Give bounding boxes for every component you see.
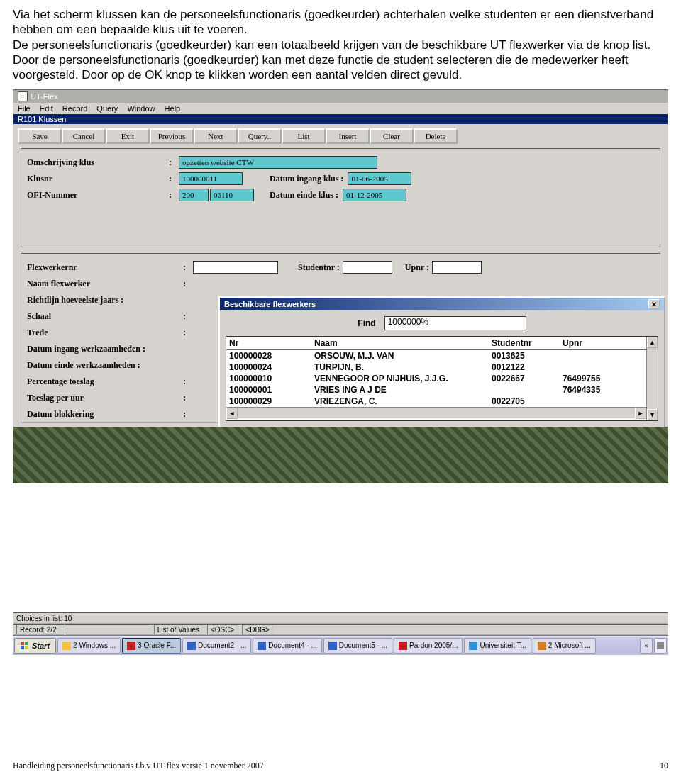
label-trede: Trede (27, 327, 183, 338)
menu-help[interactable]: Help (165, 104, 181, 113)
menu-edit[interactable]: Edit (40, 104, 53, 113)
tb-insert[interactable]: Insert (326, 128, 370, 144)
subwin-title: R101 Klussen (13, 114, 668, 124)
tb-list[interactable]: List (282, 128, 326, 144)
field-datum-einde[interactable]: 01-12-2005 (343, 189, 406, 201)
svg-rect-2 (21, 646, 24, 649)
tb-delete[interactable]: Delete (414, 128, 458, 144)
scroll-left-icon[interactable]: ◄ (226, 408, 238, 419)
scroll-down-icon[interactable]: ▼ (647, 409, 658, 420)
status-dbg: <DBG> (242, 625, 272, 634)
app-icon (328, 642, 337, 650)
taskbar: Start 2 Windows ...3 Oracle F...Document… (13, 635, 668, 655)
app-titlebar: UT-Flex (13, 90, 668, 103)
toolbar: Save Cancel Exit Previous Next Query.. L… (18, 128, 663, 144)
status-lov: List of Values (154, 625, 203, 634)
app-icon (399, 642, 407, 650)
taskbar-item[interactable]: 2 Windows ... (57, 638, 121, 654)
field-ofi1[interactable]: 200 (179, 189, 209, 201)
menu-record[interactable]: Record (62, 104, 87, 113)
popup-titlebar: Beschikbare flexwerkers ✕ (220, 298, 664, 310)
taskbar-item[interactable]: Document2 - ... (182, 638, 251, 654)
label-datum-einde-werk: Datum einde werkzaamheden : (27, 360, 183, 371)
status-choices: Choices in list: 10 (16, 615, 72, 622)
app-window: UT-Flex File Edit Record Query Window He… (13, 89, 668, 428)
svg-rect-0 (21, 642, 24, 645)
tb-clear[interactable]: Clear (370, 128, 414, 144)
taskbar-item[interactable]: Pardon 2005/... (394, 638, 463, 654)
col-upnr: Upnr (563, 338, 605, 348)
tray-icon[interactable] (654, 638, 667, 654)
app-icon (538, 642, 546, 650)
scroll-up-icon[interactable]: ▲ (647, 337, 658, 348)
menubar[interactable]: File Edit Record Query Window Help (13, 103, 668, 114)
label-flexwerkernr: Flexwerkernr (27, 262, 183, 273)
label-schaal: Schaal (27, 311, 183, 322)
start-label: Start (32, 642, 50, 650)
scroll-right-icon[interactable]: ► (635, 408, 646, 419)
form-area-klus: Omschrijving klus : opzetten website CTW… (21, 148, 660, 247)
taskbar-item[interactable]: Document4 - ... (253, 638, 321, 654)
field-flexwerkernr[interactable] (193, 261, 278, 274)
taskbar-item[interactable]: Document5 - ... (323, 638, 392, 654)
clipboard-icon (657, 642, 664, 649)
status-record: Record: 2/2 (16, 625, 60, 634)
svg-rect-3 (25, 646, 28, 649)
table-row[interactable]: 100000029VRIEZENGA, C.0022705 (226, 396, 646, 407)
label-studentnr: Studentnr : (298, 262, 340, 273)
label-naamflex: Naam flexwerker (27, 279, 183, 289)
taskbar-item[interactable]: Universiteit T... (464, 638, 531, 654)
label-ofi: OFI-Nummer (27, 190, 169, 201)
app-icon (187, 642, 196, 650)
tb-exit[interactable]: Exit (106, 128, 150, 144)
col-naam: Naam (314, 338, 492, 348)
intro-paragraph: Via het scherm klussen kan de personeels… (0, 0, 681, 86)
table-row[interactable]: 100000001VRIES ING A J DE76494335 (226, 384, 646, 396)
app-icon (127, 642, 135, 650)
find-input[interactable]: 1000000% (384, 316, 526, 330)
menu-query[interactable]: Query (96, 104, 118, 113)
col-studentnr: Studentnr (492, 338, 563, 348)
field-studentnr[interactable] (343, 261, 392, 274)
tb-previous[interactable]: Previous (150, 128, 194, 144)
taskbar-item[interactable]: 2 Microsoft ... (533, 638, 596, 654)
grid-vscroll[interactable]: ▲ ▼ (646, 337, 658, 420)
tb-save[interactable]: Save (18, 128, 62, 144)
app-icon (18, 91, 28, 101)
flexwerker-grid: Nr Naam Studentnr Upnr 100000028ORSOUW, … (226, 336, 658, 421)
tb-next[interactable]: Next (194, 128, 238, 144)
label-datumblok: Datum blokkering (27, 409, 183, 420)
footer-text: Handleiding personeelsfunctionaris t.b.v… (13, 761, 264, 771)
taskbar-item[interactable]: 3 Oracle F... (122, 638, 181, 654)
status-bar: Choices in list: 10 Record: 2/2 List of … (13, 612, 668, 635)
label-richtlijn: Richtlijn hoeveelste jaars : (27, 295, 183, 306)
app-icon (62, 642, 71, 650)
svg-rect-4 (657, 642, 664, 649)
tb-query[interactable]: Query.. (238, 128, 282, 144)
label-upnr: Upnr : (405, 262, 429, 273)
field-ofi2[interactable]: 06110 (210, 189, 254, 201)
status-osc: <OSC> (207, 625, 238, 634)
grid-hscroll[interactable]: ◄ ► (226, 407, 646, 418)
menu-window[interactable]: Window (127, 104, 155, 113)
table-row[interactable]: 100000024TURPIJN, B.0012122 (226, 362, 646, 373)
table-row[interactable]: 100000028ORSOUW, M.J. VAN0013625 (226, 350, 646, 362)
app-title-text: UT-Flex (31, 92, 58, 101)
table-row[interactable]: 100000010VENNEGOOR OP NIJHUIS, J.J.G.002… (226, 373, 646, 384)
field-klusnr[interactable]: 100000011 (179, 172, 243, 185)
page-footer: Handleiding personeelsfunctionaris t.b.v… (13, 761, 668, 771)
start-button[interactable]: Start (14, 638, 56, 654)
popup-title-text: Beschikbare flexwerkers (224, 300, 316, 308)
find-label: Find (358, 318, 375, 328)
label-datum-einde: Datum einde klus : (270, 190, 338, 201)
field-datum-ingang[interactable]: 01-06-2005 (348, 172, 411, 185)
tb-cancel[interactable]: Cancel (62, 128, 106, 144)
field-upnr[interactable] (432, 261, 482, 274)
label-toeslag: Toeslag per uur (27, 393, 183, 403)
background-image-strip (13, 427, 668, 483)
menu-file[interactable]: File (18, 104, 31, 113)
field-omschrijving[interactable]: opzetten website CTW (179, 156, 377, 169)
popup-close-button[interactable]: ✕ (648, 299, 660, 309)
taskbar-chevron[interactable]: « (640, 638, 653, 654)
label-klusnr: Klusnr (27, 174, 169, 184)
